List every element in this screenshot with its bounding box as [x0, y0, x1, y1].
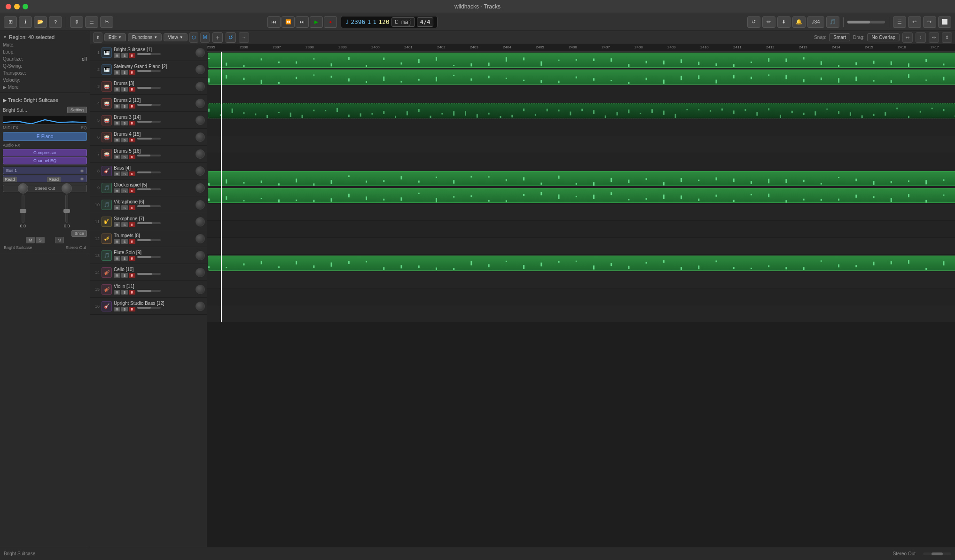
region-header[interactable]: ▼ Region: 40 selected	[3, 33, 87, 41]
track-vol-slider[interactable]	[137, 104, 161, 106]
solo-btn[interactable]: S	[121, 307, 128, 311]
mute-btn[interactable]: M	[114, 171, 120, 176]
region-row[interactable]	[207, 221, 955, 238]
solo-btn[interactable]: S	[121, 87, 128, 92]
region-block[interactable]: Drums 2	[208, 70, 955, 85]
region-block[interactable]: Drums 2	[208, 53, 955, 68]
rec-btn[interactable]: R	[129, 155, 135, 159]
track-row[interactable]: 5 🥁 Drums 3 [14] M S R	[90, 112, 207, 129]
mute-btn-strip[interactable]: M	[26, 237, 35, 243]
mute-btn[interactable]: M	[114, 121, 120, 125]
track-vol-slider[interactable]	[137, 188, 161, 190]
regions-scroll[interactable]: Drums 2Drums 2Drums 2Drums 2Drums 2Drums…	[207, 52, 955, 547]
region-row[interactable]	[207, 204, 955, 221]
track-vol-slider[interactable]	[137, 273, 161, 275]
read-label-2[interactable]: Read	[47, 177, 61, 182]
solo-btn[interactable]: S	[121, 70, 128, 75]
solo-btn[interactable]: S	[121, 290, 128, 295]
track-vol-slider[interactable]	[137, 171, 161, 173]
track-pan-knob[interactable]	[196, 234, 205, 243]
master-volume[interactable]	[847, 21, 885, 23]
rec-btn[interactable]: R	[129, 53, 135, 58]
scissors-btn[interactable]: ✂	[100, 16, 113, 28]
rec-btn[interactable]: R	[129, 87, 135, 92]
track-pan-knob[interactable]	[196, 48, 205, 57]
region-block[interactable]: Drums 2	[208, 256, 955, 271]
region-row[interactable]	[207, 272, 955, 288]
rec-btn[interactable]: R	[129, 307, 135, 311]
solo-btn[interactable]: S	[121, 188, 128, 193]
view-menu-btn[interactable]: View ▼	[164, 33, 187, 41]
track-list-icon[interactable]: ⬆	[93, 32, 102, 43]
track-pan-knob[interactable]	[196, 200, 205, 210]
track-vol-slider[interactable]	[137, 121, 161, 123]
solo-btn[interactable]: S	[121, 121, 128, 125]
mute-btn-2[interactable]: M	[55, 237, 64, 243]
close-button[interactable]	[6, 4, 11, 9]
track-row[interactable]: 14 🎻 Cello [10] M S R	[90, 264, 207, 281]
metronome-right-btn[interactable]: 🔔	[792, 16, 806, 28]
region-block[interactable]: Drums 2	[208, 188, 955, 203]
rec-btn[interactable]: R	[129, 256, 135, 261]
track-pan-knob[interactable]	[196, 166, 205, 176]
compressor-btn[interactable]: Compressor	[3, 149, 87, 156]
mute-btn[interactable]: M	[114, 104, 120, 109]
region-block[interactable]: Drums 2	[208, 103, 955, 118]
track-vol-slider[interactable]	[137, 87, 161, 89]
track-vol-slider[interactable]	[137, 70, 161, 72]
track-row[interactable]: 3 🥁 Drums [3] M S R	[90, 78, 207, 95]
solo-btn[interactable]: S	[121, 222, 128, 227]
track-pan-knob[interactable]	[196, 217, 205, 226]
edit-menu-btn[interactable]: Edit ▼	[104, 33, 126, 41]
solo-btn[interactable]: S	[121, 104, 128, 109]
rec-btn[interactable]: R	[129, 205, 135, 210]
region-row[interactable]: Drums 2	[207, 69, 955, 86]
track-row[interactable]: 1 🎹 Bright Suitcase [1] M S R	[90, 44, 207, 61]
solo-btn[interactable]: S	[121, 273, 128, 278]
rec-btn[interactable]: R	[129, 290, 135, 295]
region-row[interactable]	[207, 153, 955, 170]
zoom-h[interactable]: ⇔	[929, 32, 939, 43]
mute-btn[interactable]: M	[114, 70, 120, 75]
track-pan-knob[interactable]	[196, 65, 205, 74]
rec-btn[interactable]: R	[129, 171, 135, 176]
region-row[interactable]	[207, 238, 955, 255]
track-pan-knob[interactable]	[196, 82, 205, 91]
region-row[interactable]: Drums 2	[207, 102, 955, 119]
track-header[interactable]: ▶ Track: Bright Suitcase	[3, 96, 87, 105]
tuner-btn[interactable]: 🎵	[826, 16, 839, 28]
track-vol-slider[interactable]	[137, 205, 161, 207]
auto-icon[interactable]: ↕	[916, 32, 926, 43]
add-track-btn[interactable]: +	[212, 32, 223, 43]
track-row[interactable]: 7 🥁 Drums 5 [16] M S R	[90, 146, 207, 163]
mute-btn[interactable]: M	[114, 239, 120, 244]
functions-menu-btn[interactable]: Functions ▼	[128, 33, 162, 41]
track-row[interactable]: 2 🎹 Steinway Grand Piano [2] M S R	[90, 61, 207, 78]
edit-right-btn[interactable]: ✏	[762, 16, 775, 28]
track-pan-knob[interactable]	[196, 132, 205, 142]
mute-btn[interactable]: M	[114, 290, 120, 295]
status-scrollbar[interactable]	[923, 552, 951, 555]
read-label-1[interactable]: Read	[3, 177, 17, 182]
track-pan-knob[interactable]	[196, 116, 205, 125]
cycle-right-btn[interactable]: ↺	[747, 16, 760, 28]
mute-btn[interactable]: M	[114, 53, 120, 58]
drag-value[interactable]: No Overlap	[867, 33, 900, 41]
quantize-row[interactable]: Quantize: off	[3, 55, 87, 62]
snap-value[interactable]: Smart	[829, 33, 850, 41]
track-row[interactable]: 15 🎻 Violin [11] M S R	[90, 281, 207, 298]
mute-btn[interactable]: M	[114, 138, 120, 142]
rec-btn[interactable]: R	[129, 138, 135, 142]
play-btn[interactable]: ▶	[310, 16, 323, 28]
mute-btn[interactable]: M	[114, 87, 120, 92]
resize-icon[interactable]: ⬡	[189, 32, 199, 43]
solo-btn[interactable]: S	[121, 239, 128, 244]
library-btn[interactable]: 📂	[34, 16, 47, 28]
rec-btn[interactable]: R	[129, 70, 135, 75]
region-row[interactable]	[207, 86, 955, 102]
region-row[interactable]	[207, 288, 955, 305]
track-pan-knob[interactable]	[196, 99, 205, 108]
solo-btn-strip[interactable]: S	[36, 237, 44, 243]
rec-btn[interactable]: R	[129, 188, 135, 193]
region-block[interactable]: Drums 2	[208, 171, 955, 186]
